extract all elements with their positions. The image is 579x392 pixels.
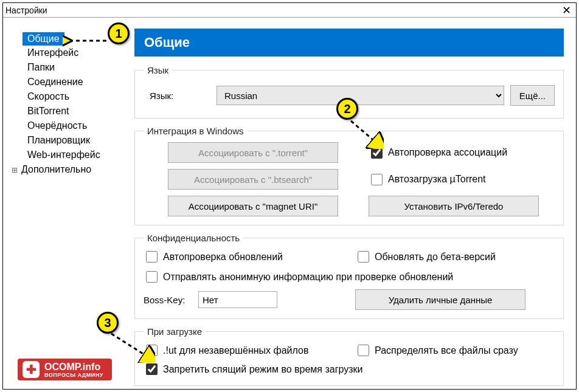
close-icon[interactable]: ✕ [559, 5, 574, 16]
watermark-main: OCOMP.info [44, 362, 100, 372]
legend-language: Язык [144, 65, 172, 75]
sidebar-item-advanced[interactable]: Дополнительно [9, 162, 123, 177]
sidebar-item-queue[interactable]: Очерёдность [9, 119, 123, 133]
auto-update-input[interactable] [146, 251, 158, 263]
group-integration: Интеграция в Windows Ассоциировать с ".t… [134, 126, 564, 225]
spread-input[interactable] [358, 345, 369, 356]
beta-input[interactable] [358, 251, 369, 263]
legend-integration: Интеграция в Windows [144, 126, 248, 136]
group-onload: При загрузке .!ut для незавершённых файл… [134, 326, 564, 386]
watermark-sub: ВОПРОСЫ АДМИНУ [44, 373, 103, 378]
window-title: Настройки [5, 5, 559, 15]
anon-input[interactable] [146, 271, 158, 283]
assoc-torrent-button[interactable]: Ассоциировать с ".torrent" [168, 142, 338, 163]
auto-check-assoc-input[interactable] [371, 147, 383, 159]
sidebar: Общие Интерфейс Папки Соединение Скорост… [3, 18, 123, 389]
sidebar-item-connection[interactable]: Соединение [9, 75, 123, 89]
language-more-button[interactable]: Ещё... [510, 85, 555, 106]
ut-input[interactable] [146, 345, 158, 356]
beta-checkbox[interactable]: Обновлять до бета-версий [355, 249, 555, 264]
bosskey-label: Boss-Key: [144, 295, 192, 305]
content: Общие Интерфейс Папки Соединение Скорост… [3, 18, 576, 389]
titlebar: Настройки ✕ [3, 3, 576, 18]
language-select[interactable]: Russian [217, 86, 504, 105]
assoc-magnet-button[interactable]: Ассоциировать с "magnet URI" [168, 196, 338, 216]
sidebar-item-bittorrent[interactable]: BitTorrent [9, 104, 123, 119]
page-title: Общие [134, 29, 564, 57]
autoload-checkbox[interactable]: Автозагрузка µTorrent [369, 172, 555, 187]
legend-privacy: Конфиденциальность [144, 233, 243, 243]
sleep-input[interactable] [146, 363, 158, 375]
legend-onload: При загрузке [144, 326, 206, 337]
auto-update-checkbox[interactable]: Автопроверка обновлений [144, 249, 343, 264]
group-privacy: Конфиденциальность Автопроверка обновлен… [134, 233, 564, 319]
group-language: Язык Язык: Russian Ещё... [134, 65, 564, 119]
assoc-btsearch-button[interactable]: Ассоциировать с ".btsearch" [168, 169, 338, 190]
sidebar-item-web[interactable]: Web-интерфейс [9, 148, 123, 162]
sidebar-item-scheduler[interactable]: Планировщик [9, 133, 123, 148]
sidebar-item-general[interactable]: Общие [23, 32, 64, 46]
sidebar-item-interface[interactable]: Интерфейс [9, 46, 123, 60]
bosskey-input[interactable] [198, 291, 277, 308]
auto-check-assoc-checkbox[interactable]: Автопроверка ассоциаций [369, 145, 555, 160]
ut-checkbox[interactable]: .!ut для незавершённых файлов [144, 343, 343, 358]
language-label: Язык: [144, 91, 210, 101]
watermark: OCOMP.info ВОПРОСЫ АДМИНУ [18, 359, 112, 380]
spread-checkbox[interactable]: Распределять все файлы сразу [355, 343, 555, 358]
delete-personal-button[interactable]: Удалить личные данные [355, 289, 525, 310]
sidebar-item-folders[interactable]: Папки [9, 60, 123, 75]
main-panel: Общие Язык Язык: Russian Ещё... Интеграц… [123, 18, 576, 389]
sidebar-item-speed[interactable]: Скорость [9, 89, 123, 104]
ipv6-button[interactable]: Установить IPv6/Teredo [369, 196, 539, 216]
autoload-input[interactable] [371, 174, 383, 185]
sleep-checkbox[interactable]: Запретить спящий режим во время загрузки [144, 362, 555, 377]
anon-checkbox[interactable]: Отправлять анонимную информацию при пров… [144, 269, 555, 284]
settings-window: Настройки ✕ Общие Интерфейс Папки Соедин… [2, 2, 577, 390]
